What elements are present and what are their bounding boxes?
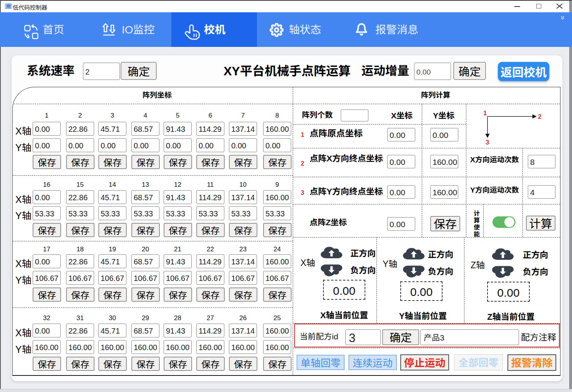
svg-text:3: 3 xyxy=(486,137,489,146)
svg-text:2: 2 xyxy=(538,111,541,121)
svg-text:1: 1 xyxy=(483,108,487,117)
